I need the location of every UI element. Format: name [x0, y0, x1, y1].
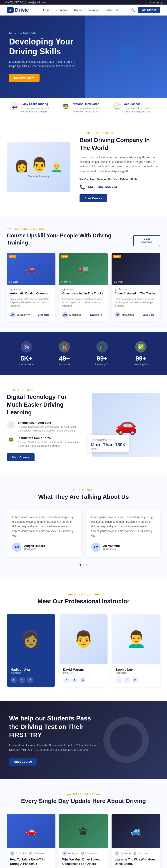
- course-footer-0: JW Joseph Wry Load More →: [10, 310, 52, 317]
- course-body-0: 📊Advance Automatic Driving Courses Lorem…: [7, 285, 55, 321]
- cta-banner: We help our Students Pass the Driving Te…: [0, 701, 167, 779]
- chevron-down-icon: ▼: [50, 9, 52, 11]
- feature-title-1: National Instructor: [73, 102, 105, 105]
- blog-img-placeholder-2: 🚙: [112, 814, 160, 848]
- stat-icon-2: 🎓: [96, 341, 108, 352]
- hero-discover-button[interactable]: Discover More: [9, 74, 40, 82]
- course-author-1: AM Al Mahmud: [62, 312, 81, 317]
- blog-body-1: S By Sophia 💬 1 Comment Why We Must Driv…: [59, 848, 108, 868]
- blog-card-1: 🛣 S By Sophia 💬 1 Comment Why We Must Dr…: [59, 814, 108, 868]
- digital-section: Ready Tills Digital Tecnology For Much E…: [0, 375, 167, 475]
- pinterest-icon[interactable]: p: [161, 1, 162, 4]
- feature-desc-0: Lorem ipsum dolor sit amet, consectetur …: [22, 106, 54, 113]
- instructors-section: Road Help Meet Our Professional Instruct…: [0, 580, 167, 701]
- testimonial-text-0: Lorem ipsum dolor sit amet, consectetur …: [12, 515, 76, 538]
- nav-link-contact[interactable]: Contact Us: [103, 8, 118, 12]
- testimonial-title: What They Are Talking About Us: [7, 493, 160, 500]
- truck-icon: 🚛: [78, 264, 89, 274]
- feature-title-2: Get Licence: [124, 102, 157, 105]
- instructor-social-1: f t in: [63, 677, 104, 683]
- course-title-2: Cover Installed In The Trucks: [115, 291, 157, 296]
- cta-start-course-button[interactable]: Start Course: [9, 757, 37, 766]
- course-level-1: 📊Advance: [62, 288, 105, 290]
- instructor-linkedin-icon-1[interactable]: in: [80, 677, 86, 683]
- instructor-facebook-icon-1[interactable]: f: [63, 677, 70, 683]
- section-header-left: Trending Course Course Upskill Your Peop…: [7, 227, 133, 246]
- instructor-twitter-icon-1[interactable]: t: [71, 677, 78, 683]
- linkedin-icon[interactable]: in: [153, 1, 155, 4]
- stats-section: 📚 5K+ Learn Online 👨‍🏫 49+ Instructors 🎓…: [0, 332, 167, 375]
- digital-feature-0: ⚡ Smartly Learn And Safe Eiusmod Sed Inc…: [7, 421, 83, 433]
- stat-icon-0: 📚: [21, 341, 32, 352]
- trending-section: Trending Course Course Upskill Your Peop…: [0, 216, 167, 332]
- feature-title-0: Easy Learn Driving: [22, 102, 54, 105]
- instructor-twitter-icon-2[interactable]: t: [124, 677, 130, 683]
- courses-grid: 🚗 97% ⏱ 5 Week 📊Advance Automatic Drivin…: [7, 253, 160, 321]
- nav-link-home[interactable]: Home ▼: [42, 8, 52, 12]
- nav-link-courses[interactable]: Courses ▼: [56, 8, 70, 12]
- blog-author-0: S By Sophia: [10, 851, 26, 856]
- instructor-linkedin-icon[interactable]: in: [27, 677, 33, 683]
- about-desc: Lorem ipsum dolor sit amet, consectetur …: [80, 155, 160, 174]
- instructor-come-icon: 👨‍🏫: [7, 436, 15, 444]
- cta-title: We help our Students Pass the Driving Te…: [9, 714, 100, 739]
- get-started-button[interactable]: Get Started: [138, 7, 160, 13]
- testimonial-dots: [7, 564, 160, 566]
- course-desc-1: Lorem ipsum dolor sit amet consectetur A…: [62, 298, 105, 308]
- nav-link-pages[interactable]: Pages ▼: [74, 8, 85, 12]
- instructor-facebook-icon[interactable]: f: [10, 677, 17, 683]
- about-start-course-button[interactable]: Start Course: [80, 194, 107, 202]
- course-meta-top-0: ⏱ 5 Week: [9, 281, 18, 283]
- blog-header: Ready Blog Every Single Day Update Here …: [7, 793, 160, 805]
- testimonial-text-1: Lorem ipsum dolor sit amet, consectetur …: [91, 515, 155, 538]
- instructor-info-1: David Marcus Instructor f t in: [59, 664, 108, 687]
- testimonial-author-1: AM Ali Mahmud UI Rangers: [91, 542, 155, 552]
- course-load-more-2[interactable]: Load More →: [143, 314, 157, 316]
- testimonial-name-1: Ali Mahmud: [103, 544, 120, 548]
- instructor-linkedin-icon-2[interactable]: in: [132, 677, 138, 683]
- twitter-icon[interactable]: t: [150, 1, 151, 4]
- trending-title: Course Upskill Your People With Driving …: [7, 232, 133, 246]
- course-meta-top-1: ⏱ 3 Week: [61, 281, 71, 283]
- digital-feature-title-0: Smartly Learn And Safe: [18, 421, 83, 425]
- hero-image: 👤: [85, 16, 167, 98]
- course-load-more-0[interactable]: Load More →: [38, 314, 52, 316]
- chevron-down-icon: ▼: [83, 9, 85, 11]
- blog-meta-2: S By Sophia 💬 1 Comment: [115, 851, 157, 856]
- instructor-facebook-icon-2[interactable]: f: [116, 677, 122, 683]
- blog-grid: 🚗 S By Sophia 💬 1 Comment How To Safely …: [7, 814, 160, 868]
- instructor-person-icon-1: 👨: [74, 630, 93, 648]
- facebook-icon[interactable]: f: [148, 1, 149, 4]
- google-icon[interactable]: g+: [156, 1, 159, 4]
- author-avatar-2: AM: [115, 312, 120, 317]
- digital-start-course-button[interactable]: Start Course: [7, 454, 35, 461]
- nav-link-news[interactable]: News ▼: [89, 8, 99, 12]
- about-title: Best Driving Company In The World: [80, 136, 160, 152]
- blog-body-0: S By Sophia 💬 1 Comment How To Safely Ro…: [7, 848, 55, 868]
- blog-post-title-0: How To Safely Road-Trip During A Pandemi…: [10, 858, 52, 866]
- stat-icon-3: ✅: [135, 341, 147, 352]
- testimonial-dot-0[interactable]: [80, 564, 81, 566]
- course-title-1: Cover Installed In The Trucks: [62, 291, 105, 296]
- top-bar-email: info@gmail.com: [28, 1, 46, 4]
- testimonial-dot-2[interactable]: [86, 564, 88, 566]
- blog-image-2: 🚙: [112, 814, 160, 848]
- testimonial-role-0: UI Designer: [24, 548, 45, 550]
- about-image: 👩 👨 👨‍🦳 Students Learning: [7, 142, 71, 192]
- testimonial-name-0: Abigail Dubaro: [24, 544, 45, 548]
- instructor-image-1: 👨: [59, 614, 108, 664]
- about-content: Driving School Best Driving Company In T…: [80, 132, 160, 202]
- instructors-header: Road Help Meet Our Professional Instruct…: [7, 593, 160, 605]
- course-body-2: 📊Advance Cover Installed In The Trucks L…: [112, 285, 160, 321]
- course-load-more-1[interactable]: Load More →: [90, 314, 105, 316]
- testimonial-tag: Testimonial: [7, 489, 160, 492]
- car-wheel-icon: 🚗: [26, 264, 37, 274]
- search-icon[interactable]: 🔍: [131, 8, 135, 12]
- course-meta-top-2: ⏱ 3 Week: [113, 281, 123, 283]
- instructor-twitter-icon[interactable]: t: [18, 677, 25, 683]
- course-card-1: 🚛 97% ⏱ 3 Week 📊Advance Cover Installed …: [59, 253, 108, 321]
- instructor-role-0: Instructor: [10, 672, 51, 674]
- digital-feature-list: ⚡ Smartly Learn And Safe Eiusmod Sed Inc…: [7, 421, 83, 448]
- view-courses-button[interactable]: View Courses: [133, 235, 160, 246]
- testimonial-dot-1[interactable]: [83, 564, 85, 566]
